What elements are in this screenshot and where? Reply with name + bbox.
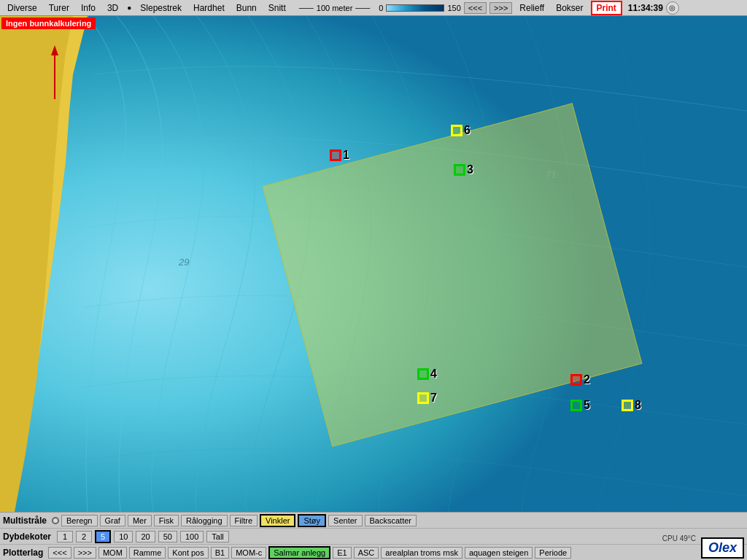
depth-max: 150 [447,4,460,12]
map-area: Ingen bunnkalkulering - - 29 71 1 6 3 4 … [0,16,747,512]
depth-min: 0 [379,4,383,12]
waypoint-5: 5 [570,399,590,412]
menu-3d[interactable]: 3D [103,2,123,14]
ms-btn-filtre[interactable]: Filtre [230,515,258,526]
scale-bar-container: —— 100 meter —— [299,4,371,12]
pl-btn-e1[interactable]: E1 [333,547,351,559]
ms-btn-ralogging[interactable]: Rålogging [181,515,228,526]
pl-btn-kontpos[interactable]: Kont pos [168,547,208,559]
menu-bokser[interactable]: Bokser [551,2,587,14]
depth-nav-left[interactable]: <<< [464,2,487,14]
ms-btn-beregn[interactable]: Beregn [61,515,97,526]
pl-nav-left[interactable]: <<< [48,547,71,559]
multistrale-row: Multistråle Beregn Graf Mer Fisk Råloggi… [0,513,747,529]
waypoint-8-label: 8 [635,399,641,412]
waypoint-1-label: 1 [343,149,349,162]
waypoint-7-label: 7 [430,392,437,405]
menu-snitt[interactable]: Snitt [264,2,290,14]
waypoint-3-box [454,164,465,176]
dk-btn-5[interactable]: 5 [95,530,111,543]
ms-btn-mer[interactable]: Mer [128,515,152,526]
pl-btn-arealplan[interactable]: arealplan troms rnsk [381,547,462,559]
ingen-bunnkalkulering-banner: Ingen bunnkalkulering [1,18,96,29]
pl-btn-aquagen[interactable]: aquagen steigen [465,547,533,559]
top-menu-bar: Diverse Turer Info 3D ● Slepestrek Hardh… [0,0,747,16]
waypoint-4-label: 4 [430,368,437,381]
ms-btn-backscatter[interactable]: Backscatter [365,515,417,526]
pl-btn-ramme[interactable]: Ramme [129,547,166,559]
waypoint-6: 6 [451,124,471,137]
waypoint-8-box [622,400,633,411]
waypoint-1: 1 [330,149,349,162]
waypoint-2-box [570,374,582,386]
dk-btn-1[interactable]: 1 [57,531,73,542]
bottom-bar: Multistråle Beregn Graf Mer Fisk Råloggi… [0,512,747,560]
waypoint-2: 2 [570,373,590,386]
menu-relieff[interactable]: Relieff [515,2,549,14]
waypoint-8: 8 [622,399,641,412]
waypoint-4-box [417,368,429,380]
waypoint-6-label: 6 [464,124,471,137]
depth-color-bar [386,4,444,12]
ms-btn-stoy[interactable]: Støy [298,514,326,527]
cpu-temp: CPU 49°C [662,534,696,542]
menu-bunn[interactable]: Bunn [232,2,261,14]
dk-btn-10[interactable]: 10 [114,531,133,542]
menu-hardhet[interactable]: Hardhet [189,2,229,14]
dk-btn-2[interactable]: 2 [76,531,92,542]
dybdekoter-row: Dybdekoter 1 2 5 10 20 50 100 Tall [0,529,747,545]
waypoint-3: 3 [454,163,473,176]
dk-btn-20[interactable]: 20 [136,531,155,542]
plotterlag-row: Plotterlag <<< >>> MOM Ramme Kont pos B1… [0,545,747,560]
plotterlag-label: Plotterlag [3,548,46,558]
north-arrow-line [54,55,55,99]
north-arrow-head [51,45,58,55]
dk-btn-50[interactable]: 50 [158,531,177,542]
dybdekoter-label: Dybdekoter [3,532,54,542]
pl-btn-mom[interactable]: MOM [98,547,127,559]
ms-btn-vinkler[interactable]: Vinkler [260,514,295,527]
waypoint-5-label: 5 [584,399,590,412]
menu-turer[interactable]: Turer [44,2,74,14]
waypoint-6-box [451,125,462,136]
dk-btn-100[interactable]: 100 [180,531,204,542]
dk-btn-tall[interactable]: Tall [206,531,229,542]
depth-label-29: 29 [179,257,189,268]
menu-slepestrek[interactable]: Slepestrek [136,2,186,14]
menu-diverse[interactable]: Diverse [3,2,42,14]
menu-info[interactable]: Info [77,2,100,14]
ms-btn-fisk[interactable]: Fisk [154,515,179,526]
compass-icon: ◎ [666,1,679,15]
multistrale-radio[interactable] [52,517,59,524]
ms-btn-senter[interactable]: Senter [328,515,362,526]
waypoint-7: 7 [417,392,437,405]
pl-btn-asc[interactable]: ASC [354,547,379,559]
depth-nav-right[interactable]: >>> [489,2,512,14]
pl-nav-right[interactable]: >>> [74,547,96,559]
north-arrow [51,45,58,99]
multistrale-label: Multistråle [3,516,50,526]
scale-label: 100 meter [317,4,353,12]
waypoint-7-box [417,392,429,404]
waypoint-5-box [570,400,582,411]
pl-btn-salmar[interactable]: Salmar anlegg [268,546,330,559]
waypoint-2-label: 2 [584,373,590,386]
print-button[interactable]: Print [591,1,622,15]
pl-btn-periode[interactable]: Periode [535,547,571,559]
waypoint-1-box [330,149,341,161]
time-display: 11:34:39 [628,3,663,13]
pl-btn-momc[interactable]: MOM-c [231,547,266,559]
olex-logo: Olex [701,537,744,559]
waypoint-3-label: 3 [467,163,473,176]
pl-btn-b1[interactable]: B1 [211,547,229,559]
depth-bar-container: 0 150 [379,4,460,12]
waypoint-4: 4 [417,368,437,381]
ms-btn-graf[interactable]: Graf [100,515,125,526]
